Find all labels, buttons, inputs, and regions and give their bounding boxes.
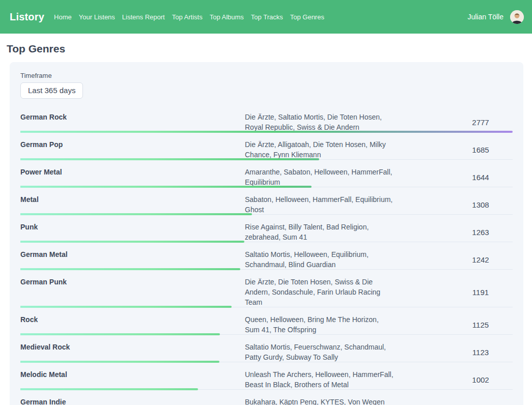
genre-name: Medieval Rock [20,342,245,362]
genre-listen-count: 1002 [449,375,513,384]
genre-row-medieval-rock: Medieval RockSaltatio Mortis, Feuerschwa… [20,335,513,363]
user-photo-icon [510,10,524,24]
genre-name: German Metal [20,249,245,270]
genre-row-metal: MetalSabaton, Helloween, HammerFall, Equ… [20,188,513,215]
genre-top-artists: Bukahara, Käptn Peng, KYTES, Von Wegen L… [245,397,395,405]
genre-listen-count: 1123 [449,348,513,357]
brand-logo[interactable]: Listory [10,11,44,23]
genre-row-melodic-metal: Melodic MetalUnleash The Archers, Hellow… [20,363,513,390]
genre-row-german-metal: German MetalSaltatio Mortis, Helloween, … [20,243,513,270]
user-avatar[interactable] [510,10,524,24]
genre-listen-count: 926 [449,403,513,405]
genre-listen-count: 1685 [449,146,513,154]
nav-link-top-tracks[interactable]: Top Tracks [251,13,283,21]
genre-row-rock: RockQueen, Helloween, Bring Me The Horiz… [20,308,513,335]
genre-name: Rock [20,314,245,335]
nav-link-home[interactable]: Home [54,13,72,21]
genre-row-punk: PunkRise Against, Billy Talent, Bad Reli… [20,215,513,243]
timeframe-filter: Timeframe Last 365 days [20,72,513,99]
genre-name: German Punk [20,277,245,307]
nav-user-area: Julian Tölle [467,10,524,24]
genre-top-artists: Saltatio Mortis, Helloween, Equilibrium,… [245,249,395,270]
nav-link-your-listens[interactable]: Your Listens [79,13,115,21]
genre-listen-count: 1263 [449,228,513,237]
genre-listen-count: 1644 [449,173,513,182]
genre-listen-count: 1191 [449,288,513,297]
genre-top-artists: Unleash The Archers, Helloween, HammerFa… [245,369,395,390]
genre-name: German Pop [20,139,245,160]
genre-top-artists: Amaranthe, Sabaton, Helloween, HammerFal… [245,167,395,187]
navbar: Listory HomeYour ListensListens ReportTo… [0,0,532,34]
genre-row-german-indie: German IndieBukahara, Käptn Peng, KYTES,… [20,390,513,405]
nav-link-top-genres[interactable]: Top Genres [290,13,324,21]
genre-row-power-metal: Power MetalAmaranthe, Sabaton, Helloween… [20,160,513,188]
genre-name: Power Metal [20,167,245,187]
genre-name: German Indie [20,397,245,405]
nav-link-top-artists[interactable]: Top Artists [172,13,203,21]
main-content: Top Genres Timeframe Last 365 days Germa… [0,43,532,405]
timeframe-select[interactable]: Last 365 days [20,82,83,99]
nav-links: HomeYour ListensListens ReportTop Artist… [54,13,324,21]
genre-row-german-punk: German PunkDie Ärzte, Die Toten Hosen, S… [20,270,513,308]
genre-row-german-pop: German PopDie Ärzte, Alligatoah, Die Tot… [20,133,513,160]
genre-table: German RockDie Ärzte, Saltatio Mortis, D… [20,105,513,405]
genre-name: Punk [20,222,245,242]
genre-name: German Rock [20,112,245,132]
genre-top-artists: Rise Against, Billy Talent, Bad Religion… [245,222,395,242]
genre-listen-count: 1308 [449,200,513,209]
genre-top-artists: Queen, Helloween, Bring Me The Horizon, … [245,314,395,335]
genre-top-artists: Die Ärzte, Saltatio Mortis, Die Toten Ho… [245,112,395,132]
genre-listen-count: 1242 [449,255,513,264]
genre-name: Metal [20,194,245,215]
genre-top-artists: Sabaton, Helloween, HammerFall, Equilibr… [245,194,395,215]
genre-top-artists: Die Ärzte, Die Toten Hosen, Swiss & Die … [245,277,395,307]
genre-name: Melodic Metal [20,369,245,390]
genre-listen-count: 2777 [449,118,513,127]
top-genres-card: Timeframe Last 365 days German RockDie Ä… [10,62,523,405]
genre-listen-count: 1125 [449,321,513,329]
nav-link-listens-report[interactable]: Listens Report [122,13,165,21]
user-name[interactable]: Julian Tölle [467,13,503,21]
genre-top-artists: Saltatio Mortis, Feuerschwanz, Schandmau… [245,342,395,362]
page-title: Top Genres [7,43,532,55]
genre-row-german-rock: German RockDie Ärzte, Saltatio Mortis, D… [20,105,513,133]
nav-link-top-albums[interactable]: Top Albums [210,13,244,21]
genre-top-artists: Die Ärzte, Alligatoah, Die Toten Hosen, … [245,139,395,160]
timeframe-label: Timeframe [20,72,513,79]
